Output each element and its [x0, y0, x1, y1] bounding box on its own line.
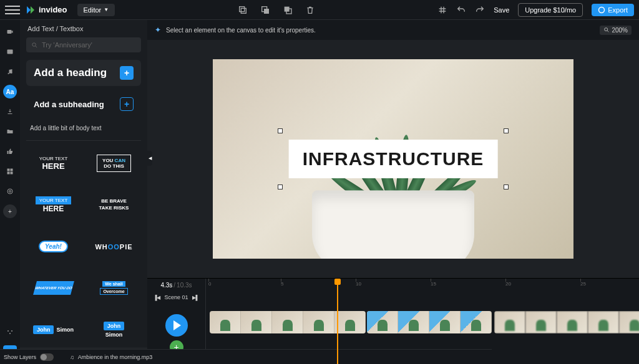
video-canvas[interactable]: INFRASTRUCTURE [213, 59, 573, 259]
resize-handle[interactable] [278, 184, 283, 189]
tpl-line: YOUR TEXT [36, 196, 72, 204]
layer-front-icon[interactable] [283, 5, 293, 15]
svg-point-21 [605, 28, 608, 31]
text-template[interactable]: YOU CAN DO THIS [87, 146, 141, 181]
show-layers-toggle[interactable] [40, 353, 54, 361]
time-current: 4.3s [160, 282, 172, 289]
save-button[interactable]: Save [494, 6, 509, 14]
clip-thumbnails[interactable] [210, 311, 366, 333]
copy-icon[interactable] [238, 5, 248, 15]
svg-point-10 [11, 72, 12, 74]
music-note-icon: ♫ [70, 354, 74, 360]
thumb [241, 311, 272, 333]
svg-rect-3 [264, 9, 269, 14]
rail-text-icon[interactable]: Aa [3, 85, 17, 98]
add-heading-button[interactable]: Add a heading + [26, 60, 141, 86]
rail-thumbsup-icon[interactable] [3, 145, 17, 158]
rail-folder-icon[interactable] [3, 125, 17, 138]
rail-audio-icon[interactable] [3, 184, 17, 198]
tpl-line: WH [95, 243, 107, 251]
hamburger-menu[interactable] [5, 2, 20, 17]
plus-icon: + [120, 66, 134, 80]
next-scene-button[interactable]: ▶▌ [192, 295, 200, 300]
layer-back-icon[interactable] [260, 5, 270, 15]
rail-video-icon[interactable] [3, 25, 17, 39]
svg-rect-11 [7, 169, 10, 171]
logo[interactable]: invideo [25, 4, 67, 16]
thumb [303, 311, 334, 333]
text-template[interactable]: WHOOPIE [87, 229, 141, 264]
tpl-line: John [104, 322, 125, 330]
divider [26, 140, 141, 141]
rail-add-icon[interactable]: + [3, 204, 17, 218]
undo-icon[interactable] [456, 5, 466, 15]
tpl-line: CAN [115, 158, 125, 163]
text-template[interactable]: Yeah! [26, 229, 80, 264]
export-icon [598, 6, 605, 14]
text-template[interactable]: BE BRAVETAKE RISKS [87, 188, 141, 223]
resize-handle[interactable] [504, 128, 509, 133]
editor-dropdown[interactable]: Editor ▼ [77, 4, 115, 16]
timeline-track[interactable]: 0 5 10 15 20 25 [206, 279, 639, 364]
play-button[interactable] [165, 314, 188, 337]
text-template[interactable]: JohnSimon [26, 312, 80, 347]
svg-rect-8 [7, 50, 13, 54]
tpl-line: HERE [42, 161, 64, 171]
thumb [210, 311, 241, 333]
text-template[interactable]: YOUR TEXTHERE [26, 146, 80, 181]
thumb [557, 311, 588, 333]
tpl-line: YOU [102, 158, 115, 163]
trash-icon[interactable] [305, 5, 315, 15]
heading-label: Add a heading [34, 67, 107, 79]
svg-point-18 [9, 333, 11, 334]
resize-handle[interactable] [504, 184, 509, 189]
rail-settings-icon[interactable] [3, 325, 17, 339]
zoom-control[interactable]: 200% [600, 26, 632, 35]
grid-icon[interactable] [437, 5, 447, 15]
search-input[interactable]: Try 'Anniversary' [26, 37, 141, 52]
add-subheading-button[interactable]: Add a subheading + [26, 91, 141, 117]
tpl-line: WHATEVER YOU DO [33, 281, 74, 295]
time-total: 10.3s [177, 282, 192, 289]
rail-music-icon[interactable] [3, 65, 17, 79]
show-layers-label: Show Layers [4, 354, 36, 360]
ruler-tick: 20 [505, 281, 511, 287]
thumb [334, 311, 366, 333]
svg-point-17 [7, 330, 9, 332]
chevron-down-icon: ▼ [104, 7, 109, 12]
redo-icon[interactable] [475, 5, 485, 15]
text-template[interactable]: JohnSimon [87, 312, 141, 347]
svg-point-16 [7, 189, 12, 194]
upgrade-button[interactable]: Upgrade $10/mo [518, 3, 583, 17]
rail-grid-icon[interactable] [3, 165, 17, 178]
tpl-line: We shall [102, 281, 125, 287]
playhead[interactable] [337, 279, 338, 364]
thumb [619, 311, 639, 333]
resize-handle[interactable] [278, 128, 283, 133]
export-label: Export [608, 6, 628, 14]
canvas-text-element[interactable]: INFRASTRUCTURE [289, 140, 498, 178]
thumb [494, 311, 525, 333]
zoom-value: 200% [612, 27, 628, 34]
thumb [398, 311, 429, 333]
tpl-line: HERE [43, 204, 64, 213]
text-template[interactable]: We shallOvercome [87, 271, 141, 305]
tpl-box: YOU CAN DO THIS [97, 155, 131, 172]
clip-thumbnails[interactable] [494, 311, 639, 333]
collapse-panel-button[interactable]: ◀ [147, 151, 152, 166]
logo-icon [25, 4, 36, 16]
prev-scene-button[interactable]: ▐◀ [154, 295, 161, 300]
add-body-text-button[interactable]: Add a little bit of body text [20, 120, 147, 140]
clip-thumbnails[interactable] [367, 311, 492, 333]
rail-image-icon[interactable] [3, 45, 17, 59]
ruler-tick: 5 [281, 281, 283, 287]
text-template[interactable]: WHATEVER YOU DO [26, 271, 80, 305]
rail-download-icon[interactable] [3, 105, 17, 118]
tpl-line: Simon [105, 332, 123, 338]
spark-icon: ✦ [155, 26, 161, 34]
text-template[interactable]: YOUR TEXTHERE [26, 188, 80, 223]
thumb [367, 311, 398, 333]
search-icon [31, 42, 38, 49]
export-button[interactable]: Export [592, 4, 634, 16]
timeline-time: 4.3s / 10.3s [147, 279, 205, 291]
